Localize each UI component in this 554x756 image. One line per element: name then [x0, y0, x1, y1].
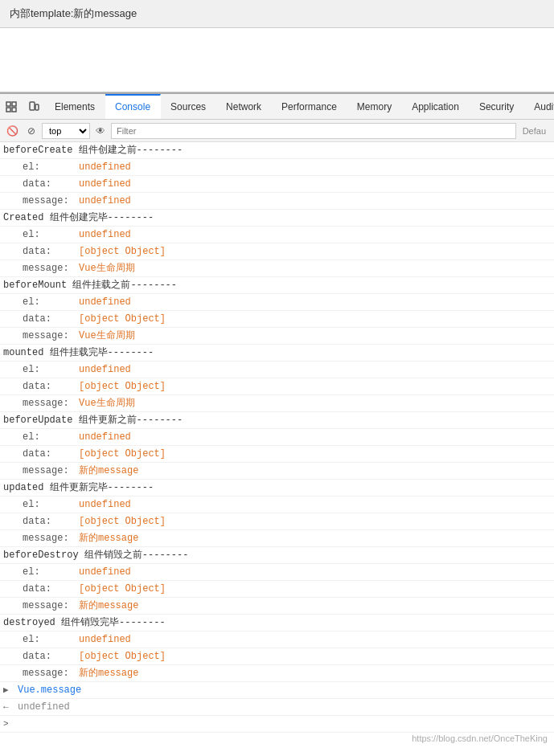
console-value: Vue生命周期	[79, 396, 135, 411]
console-input[interactable]	[18, 718, 134, 729]
console-label: el:	[23, 295, 79, 309]
console-label: message:	[23, 194, 79, 208]
clear-console-button[interactable]: 🚫	[3, 122, 21, 140]
console-section-header: beforeMount 组件挂载之前--------	[3, 278, 554, 292]
console-line: el: undefined	[0, 294, 554, 311]
console-line: data: [object Object]	[0, 648, 554, 665]
console-value: undefined	[79, 632, 131, 647]
console-extra-line: >	[0, 716, 554, 733]
tab-application[interactable]: Application	[402, 94, 470, 120]
console-line: Created 组件创建完毕--------	[0, 210, 554, 227]
block-icon[interactable]: ⊘	[23, 122, 40, 140]
console-value: undefined	[79, 160, 131, 174]
console-label: message:	[23, 261, 79, 276]
console-section-header: beforeUpdate 组件更新之前--------	[3, 413, 554, 427]
console-line: el: undefined	[0, 631, 554, 648]
console-line: message:新的message	[0, 530, 554, 547]
console-section-header: updated 组件更新完毕--------	[3, 480, 554, 495]
console-value: 新的message	[79, 666, 138, 680]
tab-sources[interactable]: Sources	[161, 94, 216, 120]
context-selector[interactable]: top	[42, 123, 90, 139]
console-value: undefined	[79, 430, 131, 444]
console-line: data: [object Object]	[0, 581, 554, 598]
eye-icon[interactable]: 👁	[92, 122, 109, 140]
console-value: undefined	[79, 362, 131, 377]
console-label: data:	[23, 379, 79, 394]
console-line: data: [object Object]	[0, 243, 554, 260]
console-value: Vue生命周期	[79, 329, 135, 343]
page-title: 内部template:新的message	[10, 7, 137, 19]
console-label: el:	[23, 497, 79, 512]
console-value: [object Object]	[79, 649, 166, 664]
tab-security[interactable]: Security	[470, 94, 524, 120]
console-label: el:	[23, 160, 79, 174]
console-value: undefined	[79, 497, 131, 512]
console-label: el:	[23, 430, 79, 444]
console-line: data: [object Object]	[0, 513, 554, 530]
console-line: data: [object Object]	[0, 446, 554, 463]
tab-audits[interactable]: Audits	[524, 94, 554, 120]
filter-input[interactable]	[111, 123, 516, 139]
console-line: el: undefined	[0, 227, 554, 243]
console-line: el: undefined	[0, 429, 554, 446]
svg-rect-5	[35, 104, 39, 110]
console-line: destroyed 组件销毁完毕--------	[0, 615, 554, 631]
inspect-icon[interactable]	[0, 96, 23, 118]
console-label: message:	[23, 329, 79, 343]
console-line: beforeMount 组件挂载之前--------	[0, 277, 554, 294]
console-label: data:	[23, 582, 79, 596]
console-line: message:Vue生命周期	[0, 260, 554, 277]
console-section-header: mounted 组件挂载完毕--------	[3, 345, 554, 360]
console-value: [object Object]	[79, 582, 166, 596]
browser-title: 内部template:新的message	[0, 0, 554, 28]
console-label: message:	[23, 666, 79, 680]
console-line: message:Vue生命周期	[0, 395, 554, 412]
console-value: [object Object]	[79, 447, 166, 461]
console-value: 新的message	[79, 464, 138, 478]
console-section-header: beforeDestroy 组件销毁之前--------	[3, 548, 554, 562]
console-label: message:	[23, 464, 79, 478]
tab-network[interactable]: Network	[216, 94, 272, 120]
console-line: beforeUpdate 组件更新之前--------	[0, 412, 554, 429]
devtools-tab-bar: Elements Console Sources Network Perform…	[0, 94, 554, 120]
watermark: https://blog.csdn.net/OnceTheKing	[412, 734, 548, 743]
console-value: undefined	[79, 295, 131, 309]
console-label: el:	[23, 632, 79, 647]
console-label: data:	[23, 177, 79, 191]
console-label: message:	[23, 531, 79, 546]
console-line: data: [object Object]	[0, 378, 554, 395]
console-line: el: undefined	[0, 564, 554, 581]
tab-performance[interactable]: Performance	[272, 94, 347, 120]
console-toolbar: 🚫 ⊘ top 👁 Defau	[0, 120, 554, 142]
console-value: 新的message	[79, 599, 138, 613]
console-line: message:新的message	[0, 463, 554, 480]
console-label: data:	[23, 244, 79, 259]
tab-console[interactable]: Console	[105, 94, 161, 120]
tab-memory[interactable]: Memory	[347, 94, 402, 120]
console-value: 新的message	[79, 531, 138, 546]
page-content-area	[0, 28, 554, 92]
svg-rect-1	[12, 102, 16, 106]
console-output: beforeCreate 组件创建之前-------- el: undefine…	[0, 142, 554, 756]
console-value: [object Object]	[79, 244, 166, 259]
console-value: [object Object]	[79, 312, 166, 326]
console-section-header: destroyed 组件销毁完毕--------	[3, 615, 554, 630]
console-line: el: undefined	[0, 497, 554, 513]
console-line: message:新的message	[0, 598, 554, 615]
console-label: data:	[23, 312, 79, 326]
device-icon[interactable]	[23, 96, 45, 118]
svg-rect-0	[6, 102, 10, 106]
tab-elements[interactable]: Elements	[45, 94, 105, 120]
console-line: el: undefined	[0, 362, 554, 378]
console-label: data:	[23, 649, 79, 664]
console-value: undefined	[79, 565, 131, 579]
svg-rect-3	[12, 108, 16, 112]
console-extra-line: ▶Vue.message	[0, 682, 554, 699]
console-label: message:	[23, 599, 79, 613]
console-line: data: [object Object]	[0, 311, 554, 328]
console-line: mounted 组件挂载完毕--------	[0, 345, 554, 362]
console-line: message:新的message	[0, 665, 554, 682]
default-label: Defau	[518, 126, 551, 136]
console-label: message:	[23, 396, 79, 411]
console-value: undefined	[79, 177, 131, 191]
